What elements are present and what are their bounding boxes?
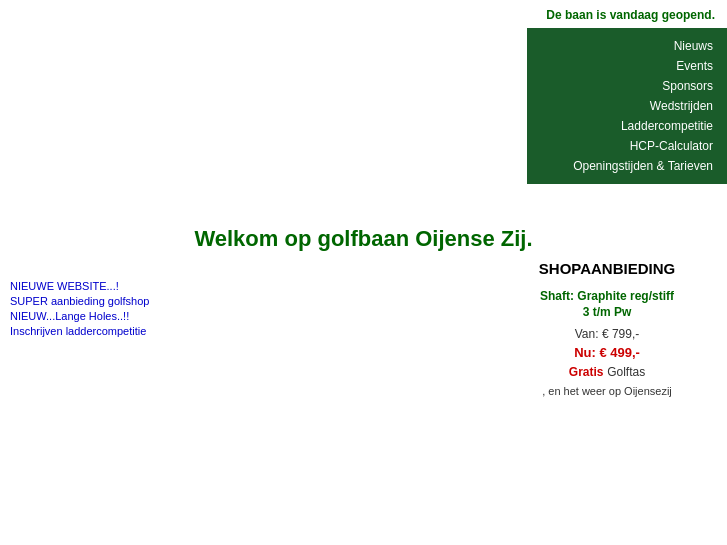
nav-item-events[interactable]: Events <box>527 56 727 76</box>
shop-free-line: Gratis Golftas <box>507 364 707 379</box>
nav-item-hcp-calculator[interactable]: HCP-Calculator <box>527 136 727 156</box>
shop-footer: , en het weer op Oijensezij <box>507 385 707 397</box>
nav-item-openingstijden[interactable]: Openingstijden & Tarieven <box>527 156 727 176</box>
shop-new-price: Nu: € 499,- <box>507 345 707 360</box>
left-links: NIEUWE WEBSITE...! SUPER aanbieding golf… <box>10 280 170 340</box>
status-bar: De baan is vandaag geopend. <box>0 0 727 26</box>
left-link-inschrijven[interactable]: Inschrijven laddercompetitie <box>10 325 170 337</box>
left-link-lange-holes[interactable]: NIEUW...Lange Holes..!! <box>10 310 170 322</box>
nav-item-wedstrijden[interactable]: Wedstrijden <box>527 96 727 116</box>
nav-item-laddercompetitie[interactable]: Laddercompetitie <box>527 116 727 136</box>
shop-title: SHOPAANBIEDING <box>507 260 707 277</box>
welcome-section: Welkom op golfbaan Oijense Zij. <box>0 206 727 262</box>
left-link-nieuwe-website[interactable]: NIEUWE WEBSITE...! <box>10 280 170 292</box>
shop-clubs: 3 t/m Pw <box>507 305 707 319</box>
shop-shaft: Shaft: Graphite reg/stiff <box>507 289 707 303</box>
nav-item-sponsors[interactable]: Sponsors <box>527 76 727 96</box>
nav-panel: Nieuws Events Sponsors Wedstrijden Ladde… <box>527 28 727 184</box>
welcome-heading: Welkom op golfbaan Oijense Zij. <box>0 226 727 252</box>
shop-free-item: Golftas <box>607 365 645 379</box>
shop-section: SHOPAANBIEDING Shaft: Graphite reg/stiff… <box>507 260 707 397</box>
shop-original-price: Van: € 799,- <box>507 327 707 341</box>
nav-item-nieuws[interactable]: Nieuws <box>527 36 727 56</box>
left-link-super-aanbieding[interactable]: SUPER aanbieding golfshop <box>10 295 170 307</box>
shop-free-label: Gratis <box>569 365 604 379</box>
